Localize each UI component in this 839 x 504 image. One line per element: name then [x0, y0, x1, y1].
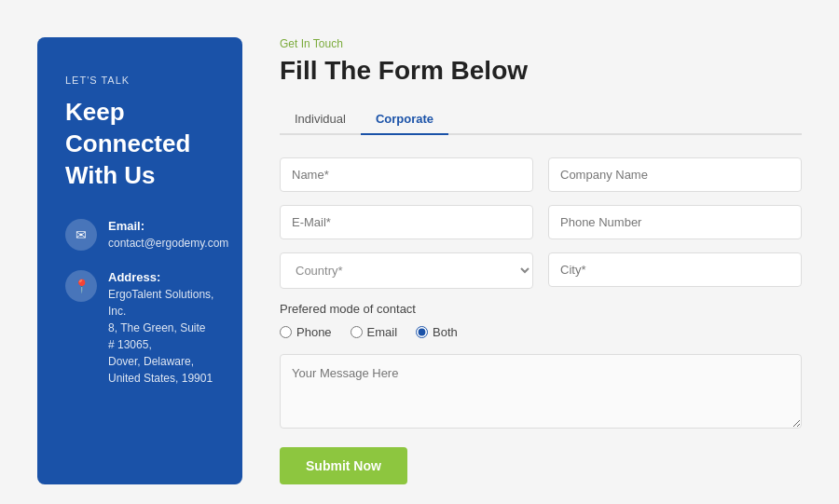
location-icon: 📍 — [65, 270, 97, 302]
email-contact-item: ✉ Email: contact@ergodemy.com — [65, 219, 214, 252]
left-card: LET'S TALK Keep Connected With Us ✉ Emai… — [37, 37, 242, 484]
submit-button[interactable]: Submit Now — [280, 447, 407, 484]
form-title: Fill The Form Below — [280, 56, 802, 86]
tab-corporate[interactable]: Corporate — [361, 104, 448, 135]
lets-talk-label: LET'S TALK — [65, 75, 214, 86]
country-select[interactable]: Country* — [280, 252, 533, 289]
phone-field-wrapper — [548, 205, 802, 239]
right-form: Get In Touch Fill The Form Below Individ… — [280, 37, 802, 484]
city-input[interactable] — [548, 252, 802, 287]
form-row-3: Country* — [280, 252, 802, 289]
radio-both[interactable] — [416, 326, 428, 338]
form-row-2 — [280, 205, 802, 239]
get-in-touch-label: Get In Touch — [280, 37, 802, 50]
radio-phone-text: Phone — [296, 325, 332, 339]
radio-phone[interactable] — [280, 326, 292, 338]
company-name-input[interactable] — [548, 157, 802, 192]
radio-both-text: Both — [433, 325, 458, 339]
address-contact-item: 📍 Address: ErgoTalent Solutions, Inc. 8,… — [65, 270, 214, 387]
tabs-container: Individual Corporate — [280, 104, 802, 135]
email-label: Email: — [108, 219, 228, 233]
company-name-field — [548, 157, 802, 192]
radio-phone-label[interactable]: Phone — [280, 325, 332, 339]
address-value: ErgoTalent Solutions, Inc. 8, The Green,… — [108, 286, 214, 387]
heading-line2: With Us — [65, 161, 156, 189]
radio-both-label[interactable]: Both — [416, 325, 458, 339]
tab-individual[interactable]: Individual — [280, 104, 361, 135]
city-field-wrapper — [548, 252, 802, 289]
country-field-wrapper: Country* — [280, 252, 533, 289]
email-icon: ✉ — [65, 219, 97, 251]
radio-email[interactable] — [351, 326, 363, 338]
email-input[interactable] — [280, 205, 533, 239]
preferred-mode-label: Prefered mode of contact — [280, 302, 802, 316]
name-field — [280, 157, 533, 192]
address-label: Address: — [108, 270, 214, 284]
name-input[interactable] — [280, 157, 533, 192]
message-textarea[interactable] — [280, 354, 802, 429]
card-heading: Keep Connected With Us — [65, 97, 214, 191]
phone-input[interactable] — [548, 205, 802, 239]
email-field-wrapper — [280, 205, 533, 239]
radio-email-label[interactable]: Email — [351, 325, 398, 339]
radio-group: Phone Email Both — [280, 325, 802, 339]
heading-line1: Keep Connected — [65, 98, 190, 157]
page-wrapper: LET'S TALK Keep Connected With Us ✉ Emai… — [19, 19, 820, 503]
form-row-1 — [280, 157, 802, 192]
email-value: contact@ergodemy.com — [108, 235, 228, 252]
radio-email-text: Email — [367, 325, 398, 339]
